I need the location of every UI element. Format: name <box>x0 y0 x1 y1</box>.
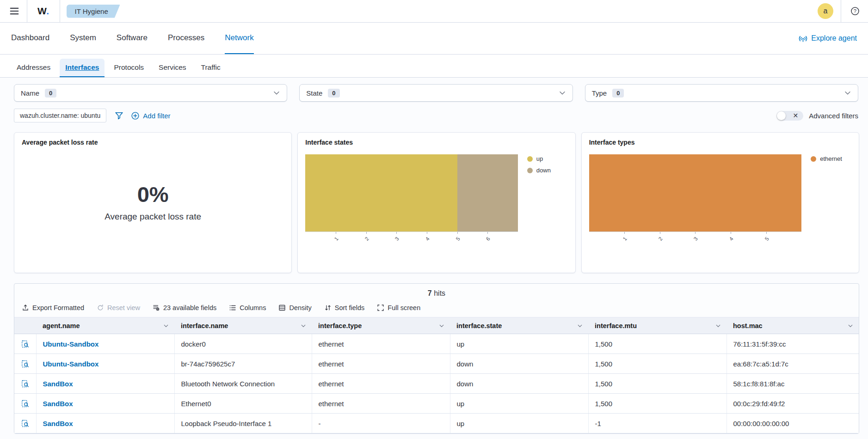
axis-tick: 3 <box>396 232 397 234</box>
cell-interface-name: Loopback Pseudo-Interface 1 <box>174 414 312 433</box>
table-row: SandBox Loopback Pseudo-Interface 1 - up… <box>14 414 859 433</box>
tab-software[interactable]: Software <box>117 23 148 54</box>
breadcrumb[interactable]: IT Hygiene <box>67 5 120 18</box>
app-logo[interactable]: W. <box>27 0 60 23</box>
packet-loss-subtitle: Average packet loss rate <box>105 212 201 222</box>
cell-interface-state: down <box>450 354 588 374</box>
agent-link[interactable]: SandBox <box>43 400 73 408</box>
bar-segment-ethernet[interactable] <box>589 154 802 232</box>
subtab-addresses[interactable]: Addresses <box>11 59 56 77</box>
tab-system[interactable]: System <box>70 23 96 54</box>
columns-button[interactable]: Columns <box>229 304 266 311</box>
advanced-filters-toggle[interactable]: ✕ <box>776 111 803 121</box>
chevron-down-icon[interactable] <box>439 323 444 329</box>
agent-link[interactable]: SandBox <box>43 420 73 427</box>
plus-circle-icon <box>131 111 140 120</box>
panel-title: Interface states <box>305 139 567 146</box>
tab-dashboard[interactable]: Dashboard <box>11 23 49 54</box>
cell-interface-type: - <box>312 414 450 433</box>
state-filter-label: State <box>306 89 322 97</box>
density-button[interactable]: Density <box>278 304 311 311</box>
col-header-interface-state[interactable]: interface.state <box>450 317 588 334</box>
col-header-interface-mtu[interactable]: interface.mtu <box>588 317 726 334</box>
agent-link[interactable]: Ubuntu-Sandbox <box>43 340 99 348</box>
table-row: SandBox Bluetooth Network Connection eth… <box>14 374 859 394</box>
cell-host-mac: ea:68:7c:a5:1d:7c <box>726 354 859 374</box>
col-header-interface-type[interactable]: interface.type <box>312 317 450 334</box>
chevron-down-icon[interactable] <box>301 323 306 329</box>
inspect-document-icon[interactable] <box>20 359 31 369</box>
cluster-filter-pill[interactable]: wazuh.cluster.name: ubuntu <box>14 109 106 122</box>
control-column-header <box>14 317 36 334</box>
add-filter-button[interactable]: Add filter <box>131 111 170 120</box>
menu-icon[interactable] <box>6 3 22 19</box>
tab-network[interactable]: Network <box>225 23 253 54</box>
cell-interface-state: up <box>450 414 588 433</box>
state-filter-select[interactable]: State 0 <box>299 84 573 102</box>
legend-label: down <box>536 167 551 174</box>
legend-item-down[interactable]: down <box>527 167 551 174</box>
subtab-traffic[interactable]: Traffic <box>196 59 226 77</box>
chevron-down-icon[interactable] <box>163 323 169 329</box>
axis-tick: 4 <box>427 232 427 234</box>
sort-fields-button[interactable]: Sort fields <box>324 304 364 311</box>
name-filter-label: Name <box>21 89 39 97</box>
sort-fields-label: Sort fields <box>335 304 364 311</box>
hits-number: 7 <box>428 289 432 297</box>
inspect-document-icon[interactable] <box>20 398 31 409</box>
fields-icon <box>153 304 160 311</box>
cell-interface-state: up <box>450 394 588 414</box>
available-fields-label: 23 available fields <box>163 304 216 311</box>
columns-label: Columns <box>240 304 266 311</box>
subtab-services[interactable]: Services <box>153 59 191 77</box>
chevron-down-icon[interactable] <box>848 323 853 329</box>
axis-tick: 4 <box>731 232 731 234</box>
subtab-interfaces[interactable]: Interfaces <box>60 59 105 77</box>
subtab-protocols[interactable]: Protocols <box>108 59 149 77</box>
toggle-off-x-icon: ✕ <box>793 112 799 119</box>
cell-interface-name: docker0 <box>174 334 312 354</box>
cell-host-mac: 58:1c:f8:81:8f:ac <box>726 374 859 394</box>
export-formatted-button[interactable]: Export Formatted <box>22 304 84 311</box>
available-fields-button[interactable]: 23 available fields <box>153 304 216 311</box>
wazuh-logo-text: W. <box>37 6 49 17</box>
inspect-document-icon[interactable] <box>20 378 31 389</box>
legend-item-ethernet[interactable]: ethernet <box>811 155 842 162</box>
filter-funnel-icon[interactable] <box>113 110 125 122</box>
reset-view-button[interactable]: Reset view <box>97 304 140 311</box>
avatar[interactable]: a <box>818 3 833 19</box>
cell-host-mac: 76:11:31:5f:39:cc <box>726 334 859 354</box>
inspect-document-icon[interactable] <box>20 339 31 349</box>
panel-title: Interface types <box>589 139 851 146</box>
legend-label: up <box>536 155 543 162</box>
cell-interface-mtu: 1,500 <box>588 394 726 414</box>
chevron-down-icon[interactable] <box>577 323 583 329</box>
axis-tick: 5 <box>457 232 458 234</box>
interface-states-chart: 1 2 3 4 5 6 up down <box>305 154 567 250</box>
cell-interface-name: br-74ac759625c7 <box>174 354 312 374</box>
panel-title: Average packet loss rate <box>22 139 284 146</box>
tab-processes[interactable]: Processes <box>168 23 204 54</box>
explore-agent-button[interactable]: Explore agent <box>799 34 857 43</box>
agent-link[interactable]: SandBox <box>43 380 73 388</box>
hits-label: hits <box>434 289 445 297</box>
agent-link[interactable]: Ubuntu-Sandbox <box>43 360 99 368</box>
help-icon[interactable]: ? <box>849 5 862 18</box>
inspect-document-icon[interactable] <box>20 418 31 429</box>
legend-item-up[interactable]: up <box>527 155 551 162</box>
col-header-agent-name[interactable]: agent.name <box>36 317 174 334</box>
top-bar: W. IT Hygiene a ? <box>0 0 868 23</box>
chevron-down-icon <box>844 89 851 97</box>
bar-segment-down[interactable] <box>457 154 518 232</box>
table-row: Ubuntu-Sandbox docker0 ethernet up 1,500… <box>14 334 859 354</box>
chevron-down-icon[interactable] <box>715 323 721 329</box>
col-header-host-mac[interactable]: host.mac <box>726 317 859 334</box>
legend-dot <box>811 156 816 162</box>
name-filter-select[interactable]: Name 0 <box>14 84 287 102</box>
bar-segment-up[interactable] <box>305 154 457 232</box>
col-header-interface-name[interactable]: interface.name <box>174 317 312 334</box>
cell-interface-name: Bluetooth Network Connection <box>174 374 312 394</box>
topbar-divider <box>841 0 841 23</box>
type-filter-select[interactable]: Type 0 <box>585 84 858 102</box>
full-screen-button[interactable]: Full screen <box>377 304 420 311</box>
